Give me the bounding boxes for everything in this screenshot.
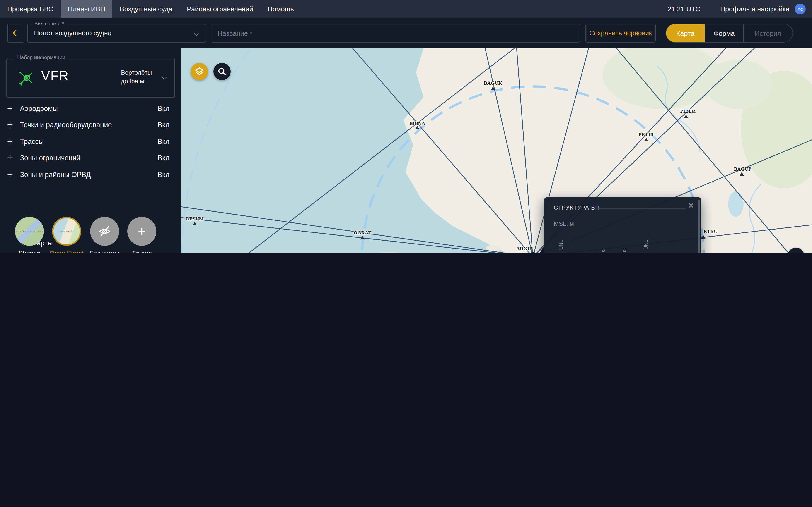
layers-button[interactable]: [191, 63, 208, 80]
layer-label: Зоны ограничений: [20, 154, 81, 162]
plus-icon[interactable]: +: [0, 152, 20, 164]
map-type-caption: Другое: [124, 249, 160, 253]
layer-label: Точки и радиооборудование: [20, 121, 112, 129]
map-type-caption: Open Street Map: [48, 249, 85, 253]
info-set-value: Вертолётыдо tba м.: [121, 68, 152, 86]
flight-type-label: Вид полета *: [32, 21, 66, 26]
plan-name-input[interactable]: [211, 23, 580, 43]
map-type-stamen[interactable]: CITY OF ST. PETERSBURG: [15, 217, 44, 246]
plus-icon[interactable]: +: [0, 136, 20, 148]
layer-label: Аэродромы: [20, 105, 58, 113]
chart-bar-labels: UNL FL50 FL50 GND FL200 FL50 FL200 FL50 …: [558, 240, 691, 253]
top-navbar: Проверка БВС Планы ИВП Воздушные суда Ра…: [0, 0, 812, 18]
layer-state[interactable]: Вкл: [157, 171, 169, 179]
info-set-logo: VFR: [41, 68, 69, 83]
thumb-text: Санкт-Петербург: [53, 230, 80, 232]
divider: [597, 208, 686, 209]
panel-title: СТРУКТУРА ВП: [554, 204, 600, 211]
view-tab-form[interactable]: Форма: [705, 24, 744, 42]
panel-scrollbar-thumb[interactable]: [698, 200, 700, 253]
nav-tab-pomosch[interactable]: Помощь: [260, 0, 301, 18]
chevron-down-icon: [161, 74, 167, 79]
map-type-caption: Stamen Terrain: [11, 249, 48, 253]
layer-state[interactable]: Вкл: [157, 105, 169, 113]
svg-text:FL200: FL200: [601, 248, 606, 253]
back-button[interactable]: [7, 23, 24, 43]
svg-text:UNL: UNL: [643, 240, 649, 250]
layer-state[interactable]: Вкл: [157, 154, 169, 162]
map-canvas[interactable]: BAGUK BIBNA PIBER PETIR BAGUP BESUM OGRA…: [181, 48, 812, 253]
plus-icon[interactable]: +: [0, 169, 20, 181]
search-icon: [217, 67, 226, 76]
layer-state[interactable]: Вкл: [157, 121, 169, 129]
plus-icon[interactable]: +: [0, 119, 20, 131]
chevron-left-icon: [13, 30, 19, 36]
helicopter-icon: [17, 69, 35, 88]
eye-off-icon: [98, 225, 111, 238]
svg-text:UNL: UNL: [558, 240, 564, 250]
flight-type-value: Полет воздушного судна: [34, 29, 112, 37]
layers-sidebar: Набор информации VFR Вертолётыдо tba м. …: [0, 48, 181, 253]
chevron-down-icon: [194, 30, 199, 36]
nav-tab-plany-ivp[interactable]: Планы ИВП: [60, 0, 112, 18]
panel-callout-pointer: [538, 245, 544, 253]
hub-point[interactable]: [529, 253, 537, 253]
layer-label: Трассы: [20, 137, 44, 146]
minus-icon[interactable]: —: [0, 238, 20, 248]
info-set-label: Набор информации: [15, 55, 67, 60]
utc-clock: 21:21 UTC: [667, 5, 700, 13]
layer-row-zony-orvd[interactable]: + Зоны и районы ОРВД Вкл: [0, 167, 181, 183]
map-type-caption: Без карты: [87, 249, 123, 253]
view-tab-map[interactable]: Карта: [666, 24, 705, 42]
search-button[interactable]: [213, 63, 231, 80]
msl-unit-label: MSL, м: [554, 220, 574, 227]
nav-tab-proverka-bvs[interactable]: Проверка БВС: [0, 0, 60, 18]
layer-state[interactable]: Вкл: [157, 137, 169, 146]
layers-icon: [194, 66, 204, 76]
map-type-other[interactable]: +: [127, 217, 156, 246]
layer-label: Зоны и районы ОРВД: [20, 171, 91, 179]
thumb-text: CITY OF ST. PETERSBURG: [15, 230, 44, 232]
nav-tab-rajony-ogranichenij[interactable]: Районы ограничений: [180, 0, 260, 18]
close-icon[interactable]: ×: [684, 199, 698, 212]
chart-bars: [548, 253, 692, 253]
plus-icon[interactable]: +: [0, 103, 20, 115]
nav-tab-vozdushnye-suda[interactable]: Воздушные суда: [112, 0, 180, 18]
view-switcher: Карта Форма История: [666, 23, 793, 43]
app-window: Проверка БВС Планы ИВП Воздушные суда Ра…: [0, 0, 812, 253]
map-type-osm[interactable]: Санкт-Петербург: [52, 217, 81, 246]
airspace-structure-panel: СТРУКТУРА ВП × MSL, м UNL FL50 FL50: [544, 197, 701, 253]
map-type-none[interactable]: [90, 217, 119, 246]
view-tab-history[interactable]: История: [744, 24, 792, 42]
avatar[interactable]: пс: [795, 3, 806, 14]
layer-row-trassy[interactable]: + Трассы Вкл: [0, 133, 181, 150]
layer-row-tochki[interactable]: + Точки и радиооборудование Вкл: [0, 117, 181, 133]
layer-row-zony-ogranichenij[interactable]: + Зоны ограничений Вкл: [0, 150, 181, 166]
map-base: [181, 48, 812, 253]
svg-text:FL200: FL200: [622, 248, 627, 253]
layer-row-aerodromy[interactable]: + Аэродромы Вкл: [0, 101, 181, 117]
plan-toolbar: Вид полета * Полет воздушного судна Сохр…: [0, 18, 812, 48]
profile-settings-link[interactable]: Профиль и настройки: [720, 5, 789, 13]
save-draft-button[interactable]: Сохранить черновик: [586, 23, 656, 43]
plus-icon: +: [138, 224, 146, 239]
info-set-select[interactable]: Набор информации VFR Вертолётыдо tba м.: [6, 58, 175, 98]
flight-type-select[interactable]: Вид полета * Полет воздушного судна: [27, 23, 206, 43]
